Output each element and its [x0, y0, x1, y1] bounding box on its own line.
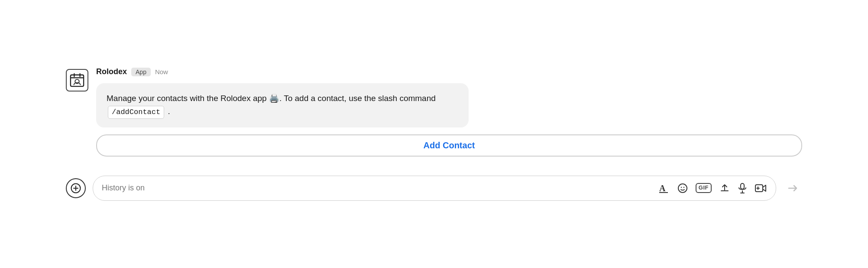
add-contact-button[interactable]: Add Contact	[96, 134, 802, 157]
message-text-after: .	[168, 107, 170, 116]
message-input-box: A GIF	[93, 176, 776, 201]
gif-icon[interactable]: GIF	[696, 183, 712, 193]
avatar	[66, 69, 88, 92]
message-content: Rolodex App Now Manage your contacts wit…	[96, 67, 802, 157]
upload-icon[interactable]	[719, 183, 730, 193]
slash-command-code: /addContact	[108, 106, 164, 119]
sender-name: Rolodex	[96, 67, 127, 76]
chat-container: Rolodex App Now Manage your contacts wit…	[66, 67, 802, 201]
emoji-icon[interactable]	[677, 183, 688, 193]
message-header: Rolodex App Now	[96, 67, 802, 76]
svg-rect-13	[741, 183, 744, 189]
send-button[interactable]	[783, 179, 802, 198]
svg-point-12	[683, 187, 684, 188]
input-row: A GIF	[66, 176, 802, 201]
video-add-icon[interactable]	[755, 183, 767, 193]
svg-rect-0	[71, 75, 84, 86]
svg-point-10	[678, 184, 687, 193]
app-badge: App	[131, 68, 151, 76]
format-text-icon[interactable]: A	[659, 183, 670, 193]
svg-point-11	[681, 187, 682, 188]
mic-icon[interactable]	[738, 183, 747, 193]
message-text-before: Manage your contacts with the Rolodex ap…	[107, 94, 436, 103]
timestamp: Now	[155, 68, 168, 75]
plus-button[interactable]	[66, 178, 86, 198]
message-row: Rolodex App Now Manage your contacts wit…	[66, 67, 802, 157]
message-input[interactable]	[102, 183, 655, 193]
svg-text:A: A	[659, 183, 666, 193]
message-bubble: Manage your contacts with the Rolodex ap…	[96, 83, 469, 127]
input-toolbar: A GIF	[659, 183, 767, 193]
